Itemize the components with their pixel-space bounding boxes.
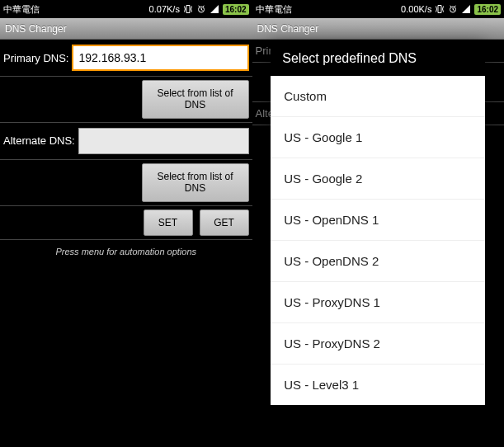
primary-btn-row: Select from list of DNS: [0, 77, 252, 123]
dialog-overlay[interactable]: Select predefined DNS Custom US - Google…: [252, 0, 505, 447]
screen-left: 中華電信 0.07K/s 16:02 DNS Changer Primary D…: [0, 0, 252, 447]
hint-text: Press menu for automation options: [0, 240, 252, 263]
alternate-dns-row: Alternate DNS:: [0, 123, 252, 160]
main-content: Primary DNS: Select from list of DNS Alt…: [0, 40, 252, 263]
screen-right: 中華電信 0.00K/s 16:02 DNS Changer Prima Alt…: [252, 0, 505, 447]
dialog-item-level3[interactable]: US - Level3 1: [271, 365, 485, 405]
app-title: DNS Changer: [5, 23, 67, 35]
dialog-title: Select predefined DNS: [271, 41, 485, 76]
signal-icon: [210, 4, 219, 14]
dialog-item-proxydns2[interactable]: US - ProxyDNS 2: [271, 323, 485, 365]
dialog-item-opendns1[interactable]: US - OpenDNS 1: [271, 200, 485, 241]
network-speed: 0.07K/s: [149, 4, 180, 14]
action-btn-row: SET GET: [0, 206, 252, 240]
primary-select-list-button[interactable]: Select from list of DNS: [142, 80, 249, 119]
status-bar: 中華電信 0.07K/s 16:02: [0, 0, 252, 18]
vibrate-icon: [183, 4, 193, 14]
alarm-icon: [196, 4, 206, 14]
alternate-btn-row: Select from list of DNS: [0, 160, 252, 206]
set-button[interactable]: SET: [144, 209, 193, 236]
dns-select-dialog: Select predefined DNS Custom US - Google…: [271, 41, 485, 405]
carrier-label: 中華電信: [3, 3, 40, 16]
get-button[interactable]: GET: [200, 209, 249, 236]
dialog-item-custom[interactable]: Custom: [271, 76, 485, 117]
battery-indicator: 16:02: [223, 4, 249, 15]
alternate-select-list-button[interactable]: Select from list of DNS: [142, 163, 249, 202]
alternate-dns-label: Alternate DNS:: [3, 134, 75, 147]
primary-dns-input[interactable]: [72, 45, 248, 71]
alternate-dns-input[interactable]: [78, 128, 249, 154]
primary-dns-label: Primary DNS:: [3, 52, 68, 64]
primary-dns-row: Primary DNS:: [0, 40, 252, 77]
app-title-bar: DNS Changer: [0, 18, 252, 40]
status-icons: 0.07K/s 16:02: [149, 4, 249, 15]
dialog-item-proxydns1[interactable]: US - ProxyDNS 1: [271, 282, 485, 323]
dialog-item-opendns2[interactable]: US - OpenDNS 2: [271, 241, 485, 282]
dialog-item-google1[interactable]: US - Google 1: [271, 117, 485, 158]
dialog-item-google2[interactable]: US - Google 2: [271, 158, 485, 200]
dialog-list: Custom US - Google 1 US - Google 2 US - …: [271, 76, 485, 405]
